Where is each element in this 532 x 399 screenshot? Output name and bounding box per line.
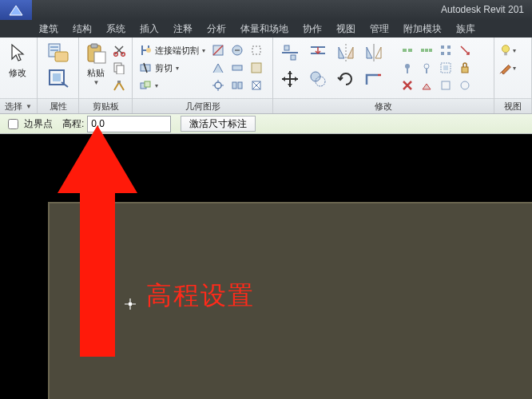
- mirror-draw-button[interactable]: [361, 41, 387, 65]
- svg-rect-5: [53, 73, 61, 81]
- geom-btn-2[interactable]: [228, 42, 246, 58]
- annotation-text: 高程设置: [146, 279, 255, 314]
- cut-geom-button[interactable]: 剪切▾: [137, 60, 208, 76]
- svg-rect-13: [117, 81, 121, 83]
- tab-family[interactable]: 族库: [449, 20, 482, 38]
- delete-button[interactable]: [399, 77, 416, 93]
- svg-rect-27: [284, 45, 289, 50]
- cope-button[interactable]: 连接端切割▾: [137, 42, 208, 58]
- activate-dimensions-button[interactable]: 激活尺寸标注: [181, 116, 256, 132]
- modify-button[interactable]: 修改: [4, 41, 31, 79]
- panel-clipboard-label: 剪贴板: [79, 98, 132, 113]
- svg-rect-2: [50, 49, 58, 51]
- array-button[interactable]: [437, 42, 455, 58]
- svg-point-23: [215, 82, 221, 89]
- svg-rect-7: [91, 44, 97, 48]
- align-button[interactable]: [277, 41, 303, 65]
- svg-rect-35: [429, 49, 432, 52]
- paint-button[interactable]: ▾: [498, 60, 516, 76]
- svg-rect-48: [504, 53, 507, 56]
- type-properties-button[interactable]: [45, 66, 72, 90]
- panel-modify: 修改: [273, 38, 494, 113]
- match-button[interactable]: [110, 77, 128, 93]
- misc-a-button[interactable]: [437, 77, 455, 93]
- geom-btn-5[interactable]: [228, 60, 246, 76]
- svg-rect-24: [232, 82, 236, 89]
- svg-rect-43: [443, 65, 448, 70]
- geom-btn-3[interactable]: [248, 42, 265, 58]
- app-menu-icon[interactable]: [0, 0, 32, 20]
- elevation-label: 高程:: [62, 117, 84, 131]
- panel-select-label: 选择▼: [0, 98, 37, 113]
- group-button[interactable]: [437, 60, 455, 76]
- svg-rect-38: [441, 52, 444, 55]
- boundary-checkbox[interactable]: 边界点: [5, 117, 53, 132]
- svg-rect-37: [447, 45, 451, 49]
- elevation-input[interactable]: [87, 116, 171, 132]
- tab-structure[interactable]: 结构: [66, 20, 99, 38]
- geom-btn-1[interactable]: [209, 42, 227, 58]
- tab-insert[interactable]: 插入: [133, 20, 166, 38]
- paste-icon: [85, 42, 107, 65]
- svg-rect-20: [252, 46, 260, 54]
- panel-properties-label: 属性: [38, 98, 79, 113]
- svg-rect-12: [117, 65, 124, 74]
- geom-btn-6[interactable]: [248, 60, 265, 76]
- copy-modify-button[interactable]: [305, 67, 331, 91]
- panel-geometry-label: 几何图形: [133, 98, 272, 113]
- svg-rect-22: [252, 63, 261, 73]
- geom-btn-8[interactable]: [228, 77, 246, 93]
- titlebar: Autodesk Revit 201: [0, 0, 532, 20]
- move-button[interactable]: [277, 67, 303, 91]
- cursor-icon: [6, 42, 29, 65]
- svg-point-14: [146, 48, 151, 53]
- mirror-axis-button[interactable]: [333, 41, 359, 65]
- misc-b-button[interactable]: [456, 77, 474, 93]
- options-bar: 边界点 高程: 激活尺寸标注: [0, 114, 532, 134]
- svg-rect-3: [55, 52, 68, 61]
- scale-button[interactable]: [456, 42, 474, 58]
- rotate-button[interactable]: [333, 67, 359, 91]
- tab-view[interactable]: 视图: [329, 20, 363, 38]
- tab-massing-site[interactable]: 体量和场地: [233, 20, 296, 38]
- copy-button[interactable]: [110, 60, 128, 76]
- tab-collaborate[interactable]: 协作: [296, 20, 329, 38]
- svg-point-40: [405, 64, 410, 69]
- svg-rect-44: [462, 67, 468, 73]
- tab-analyze[interactable]: 分析: [200, 20, 233, 38]
- geom-btn-9[interactable]: [248, 77, 265, 93]
- join-icon: [139, 79, 152, 92]
- subregion-box: [48, 202, 532, 399]
- split-button[interactable]: [399, 42, 416, 58]
- tab-systems[interactable]: 系统: [99, 20, 133, 38]
- geom-btn-4[interactable]: [209, 60, 227, 76]
- light-bulb-button[interactable]: ▾: [498, 42, 516, 58]
- properties-button[interactable]: [45, 41, 72, 65]
- geom-btn-7[interactable]: [209, 77, 227, 93]
- cope-icon: [139, 44, 152, 57]
- panel-view: ▾ ▾ 视图: [494, 38, 532, 113]
- tab-manage[interactable]: 管理: [363, 20, 396, 38]
- drawing-viewport[interactable]: 高程设置: [0, 134, 532, 399]
- tab-architecture[interactable]: 建筑: [32, 20, 66, 38]
- cut-button[interactable]: [110, 42, 128, 58]
- svg-rect-39: [447, 52, 451, 55]
- split-gap-button[interactable]: [418, 42, 435, 58]
- paste-button[interactable]: 粘贴 ▼: [83, 41, 109, 86]
- cutgeom-icon: [139, 61, 152, 74]
- offset-button[interactable]: [305, 41, 331, 65]
- svg-rect-32: [408, 49, 412, 52]
- trim-button[interactable]: [361, 67, 387, 91]
- svg-point-41: [424, 64, 429, 69]
- panel-properties: 属性: [38, 38, 80, 113]
- lock-button[interactable]: [456, 60, 474, 76]
- unpin-button[interactable]: [418, 60, 435, 76]
- svg-rect-17: [145, 81, 150, 87]
- tab-annotate[interactable]: 注释: [166, 20, 200, 38]
- join-button[interactable]: ▾: [137, 77, 208, 93]
- pin-button[interactable]: [399, 60, 416, 76]
- svg-rect-21: [232, 65, 242, 70]
- tab-addins[interactable]: 附加模块: [396, 20, 449, 38]
- svg-rect-8: [94, 52, 105, 63]
- demolish-button[interactable]: [418, 77, 435, 93]
